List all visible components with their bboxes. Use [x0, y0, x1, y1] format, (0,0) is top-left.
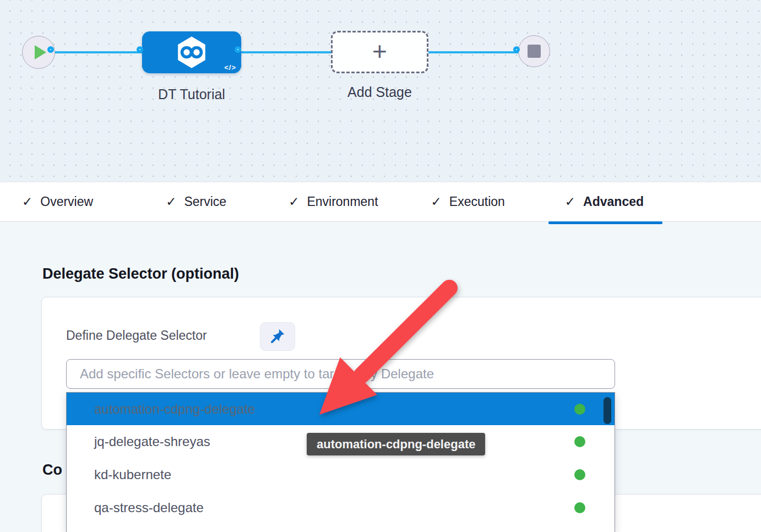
stop-icon: [528, 45, 541, 58]
item-label: qa-stress-delegate: [94, 500, 204, 515]
tab-service[interactable]: ✓ Service: [166, 182, 226, 221]
edge-addstage-to-end: [425, 51, 521, 53]
dropdown-item-automation-cdpng-delegate[interactable]: automation-cdpng-delegate: [67, 393, 615, 425]
edge-stage-to-addstage: [240, 51, 334, 53]
delegate-tooltip: automation-cdpng-delegate: [307, 433, 485, 455]
pin-toggle-button[interactable]: [260, 322, 295, 351]
check-icon: ✓: [166, 194, 176, 209]
dropdown-scrollbar-thumb[interactable]: [604, 397, 611, 424]
status-dot-green: [574, 404, 585, 415]
dropdown-item-kd-kubernete[interactable]: kd-kubernete: [67, 458, 615, 491]
item-label: jq-delegate-shreyas: [94, 434, 210, 449]
active-tab-underline: [548, 221, 662, 224]
play-icon: [35, 45, 46, 59]
tab-environment[interactable]: ✓ Environment: [289, 182, 378, 221]
tab-advanced[interactable]: ✓ Advanced: [565, 182, 644, 221]
pipeline-end-node[interactable]: [518, 35, 550, 67]
tab-overview[interactable]: ✓ Overview: [22, 182, 93, 221]
code-icon[interactable]: </>: [224, 63, 236, 72]
end-node-in-port[interactable]: [513, 46, 520, 53]
add-stage-label[interactable]: Add Stage: [331, 84, 428, 100]
tab-label: Overview: [40, 194, 93, 209]
stage-node[interactable]: </>: [142, 31, 241, 73]
item-label: kd-kubernete: [94, 467, 171, 482]
define-delegate-selector-label: Define Delegate Selector: [66, 328, 207, 343]
plus-icon: +: [372, 39, 387, 64]
check-icon: ✓: [289, 194, 299, 209]
delegate-selector-heading: Delegate Selector (optional): [42, 265, 239, 283]
status-dot-green: [574, 436, 585, 447]
stage-out-port[interactable]: [235, 46, 241, 53]
delegate-dropdown: automation-cdpng-delegate jq-delegate-sh…: [66, 392, 615, 532]
pipeline-studio-page: </> DT Tutorial + Add Stage ✓ Overview ✓…: [0, 0, 761, 532]
check-icon: ✓: [565, 194, 575, 209]
tab-label: Environment: [307, 194, 378, 209]
tab-label: Execution: [449, 194, 505, 209]
stage-in-port[interactable]: [137, 46, 143, 53]
next-section-heading: Co: [42, 462, 62, 479]
add-stage-button[interactable]: +: [331, 31, 428, 73]
cd-stage-icon: [176, 35, 208, 69]
tab-label: Advanced: [583, 194, 644, 209]
status-dot-green: [574, 502, 585, 513]
edge-start-to-stage: [52, 51, 145, 53]
pushpin-icon: [270, 328, 285, 345]
dropdown-item-qa-stress-delegate[interactable]: qa-stress-delegate: [67, 491, 615, 524]
status-dot-green: [574, 469, 585, 480]
delegate-selector-input[interactable]: [66, 359, 615, 389]
check-icon: ✓: [431, 194, 442, 209]
check-icon: ✓: [22, 194, 32, 209]
stage-tabbar: ✓ Overview ✓ Service ✓ Environment ✓ Exe…: [0, 182, 761, 222]
tab-execution[interactable]: ✓ Execution: [431, 182, 505, 221]
stage-label[interactable]: DT Tutorial: [142, 86, 241, 102]
start-node-out-port[interactable]: [47, 46, 54, 53]
pipeline-canvas[interactable]: </> DT Tutorial + Add Stage: [0, 0, 761, 182]
tab-label: Service: [184, 194, 226, 209]
item-label: automation-cdpng-delegate: [94, 401, 255, 417]
